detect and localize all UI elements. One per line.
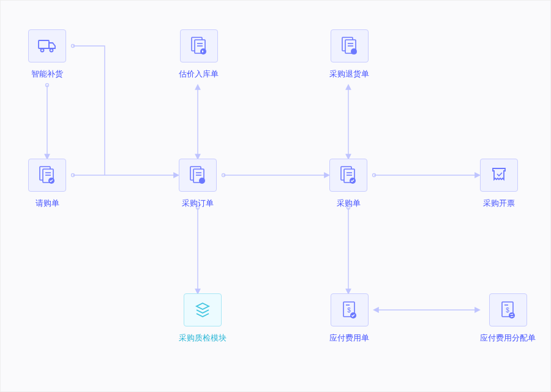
node-label: 采购开票 (483, 198, 515, 209)
node-label: 采购订单 (182, 198, 214, 209)
doc-money-check-icon: $ (331, 293, 369, 326)
svg-point-47 (509, 312, 515, 318)
node-label: 请购单 (36, 198, 59, 209)
svg-point-11 (41, 49, 44, 52)
node-payable-expense-alloc[interactable]: $ 应付费用分配单 (480, 293, 536, 344)
node-label: 采购质检模块 (179, 333, 227, 344)
node-qc-module[interactable]: 采购质检模块 (179, 293, 227, 344)
node-smart-replenish[interactable]: 智能补货 (28, 29, 66, 80)
svg-text:$: $ (506, 307, 509, 314)
svg-text:订: 订 (200, 179, 204, 183)
node-purchase-order[interactable]: 订 采购订单 (179, 159, 217, 209)
connector-lines (1, 1, 551, 392)
svg-text:退: 退 (352, 50, 356, 54)
diagram-canvas: 智能补货 估价入库单 退 采购退货单 (1, 1, 550, 391)
node-purchase-invoice[interactable]: 采购开票 (480, 159, 518, 209)
doc-arrow-icon (180, 29, 218, 62)
node-payable-expense[interactable]: $ 应付费用单 (329, 293, 369, 344)
node-label: 智能补货 (31, 69, 63, 80)
node-label: 应付费用单 (329, 333, 369, 344)
node-purchase-return[interactable]: 退 采购退货单 (329, 29, 369, 80)
svg-rect-10 (39, 40, 49, 48)
doc-check-icon (28, 159, 66, 192)
node-label: 估价入库单 (179, 69, 219, 80)
node-label: 应付费用分配单 (480, 333, 536, 344)
node-label: 采购单 (337, 198, 361, 209)
doc-money-swap-icon: $ (489, 293, 527, 326)
svg-point-12 (50, 49, 53, 52)
doc-check-icon (329, 159, 367, 192)
node-purchase-request[interactable]: 请购单 (28, 159, 66, 209)
node-valuation-inbound[interactable]: 估价入库单 (179, 29, 219, 80)
svg-text:$: $ (347, 307, 351, 314)
stack-icon (184, 293, 222, 326)
node-purchase-doc[interactable]: 采购单 (329, 159, 367, 209)
doc-return-icon: 退 (331, 29, 369, 62)
doc-order-icon: 订 (179, 159, 217, 192)
truck-icon (28, 29, 66, 62)
invoice-icon (480, 159, 518, 192)
node-label: 采购退货单 (329, 69, 369, 80)
